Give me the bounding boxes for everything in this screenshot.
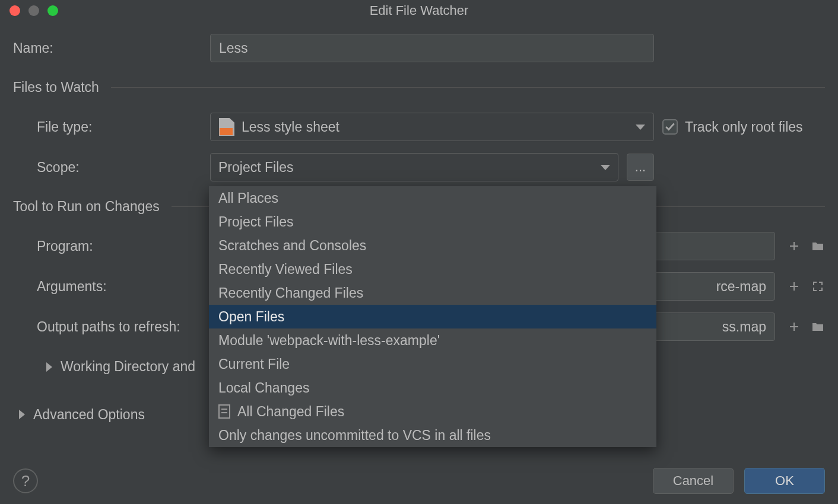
scope-option-label: Recently Viewed Files [218,261,353,277]
scope-option-label: Current File [218,356,290,372]
window-title: Edit File Watcher [0,3,838,18]
expand-icon[interactable] [811,279,825,294]
section-title: Files to Watch [13,79,99,95]
ellipsis-icon: ... [635,160,646,175]
scope-option-label: All Changed Files [237,404,344,420]
document-icon [218,404,230,419]
file-type-row: File type: Less style sheet Track only r… [13,112,825,142]
scope-option[interactable]: Scratches and Consoles [209,234,656,257]
scope-dropdown-popup[interactable]: All PlacesProject FilesScratches and Con… [209,186,656,447]
file-type-dropdown[interactable]: Less style sheet [210,113,654,141]
track-only-root-label: Track only root files [685,119,803,135]
scope-option[interactable]: All Changed Files [209,400,656,423]
scope-label: Scope: [13,160,210,176]
scope-option-label: Project Files [218,214,294,230]
section-files-to-watch: Files to Watch [13,79,825,95]
browse-folder-icon[interactable] [811,239,825,253]
arguments-value-tail: rce-map [716,279,766,295]
advanced-options-label: Advanced Options [33,407,145,423]
maximize-window-button[interactable] [47,5,58,16]
dialog-footer: ? Cancel OK [0,458,838,504]
scope-option[interactable]: Current File [209,352,656,376]
output-paths-value-tail: ss.map [722,319,766,335]
checkbox-box [662,119,678,135]
scope-option-label: Open Files [218,309,284,325]
insert-macro-icon[interactable] [787,279,801,294]
triangle-right-icon [19,410,25,419]
name-label: Name: [13,40,210,56]
triangle-right-icon [46,362,52,372]
scope-value: Project Files [218,160,593,176]
scope-option-label: Local Changes [218,380,309,396]
scope-option-label: Scratches and Consoles [218,238,366,254]
scope-option[interactable]: Recently Viewed Files [209,257,656,281]
name-input[interactable]: Less [210,34,654,62]
output-paths-label: Output paths to refresh: [13,319,210,335]
scope-option-label: Module 'webpack-with-less-example' [218,333,440,349]
arguments-label: Arguments: [13,279,210,295]
scope-option-label: Only changes uncommitted to VCS in all f… [218,428,491,444]
minimize-window-button[interactable] [28,5,39,16]
chevron-down-icon [636,125,645,130]
working-directory-expander[interactable]: Working Directory and [46,359,195,375]
scope-row: Scope: Project Files ... [13,152,825,182]
scope-option-label: All Places [218,190,278,206]
chevron-down-icon [601,165,610,170]
scope-dropdown[interactable]: Project Files [210,153,618,181]
section-title: Tool to Run on Changes [13,199,160,215]
name-value: Less [219,40,248,56]
scope-group-header: Local Changes [209,376,656,400]
file-type-value: Less style sheet [242,119,628,135]
cancel-label: Cancel [673,473,713,489]
scope-option[interactable]: All Places [209,186,656,210]
working-directory-label: Working Directory and [61,359,195,375]
insert-macro-icon[interactable] [787,239,801,253]
window-controls [9,5,58,16]
advanced-options-expander[interactable]: Advanced Options [13,407,145,423]
cancel-button[interactable]: Cancel [653,468,734,494]
ok-label: OK [775,473,794,489]
scope-option[interactable]: Recently Changed Files [209,281,656,305]
ok-button[interactable]: OK [744,468,825,494]
less-file-icon [219,118,234,136]
scope-option[interactable]: Module 'webpack-with-less-example' [209,328,656,352]
name-row: Name: Less [13,33,825,63]
titlebar: Edit File Watcher [0,0,838,21]
scope-option[interactable]: Only changes uncommitted to VCS in all f… [209,423,656,447]
program-label: Program: [13,238,210,254]
scope-option-label: Recently Changed Files [218,285,363,301]
file-type-label: File type: [13,119,210,135]
close-window-button[interactable] [9,5,20,16]
section-divider [111,87,825,88]
insert-macro-icon[interactable] [787,320,801,334]
help-button[interactable]: ? [13,468,38,493]
browse-folder-icon[interactable] [811,320,825,334]
scope-option[interactable]: Project Files [209,210,656,234]
scope-browse-button[interactable]: ... [627,154,654,181]
scope-option[interactable]: Open Files [209,305,656,328]
track-only-root-checkbox[interactable]: Track only root files [662,119,803,135]
